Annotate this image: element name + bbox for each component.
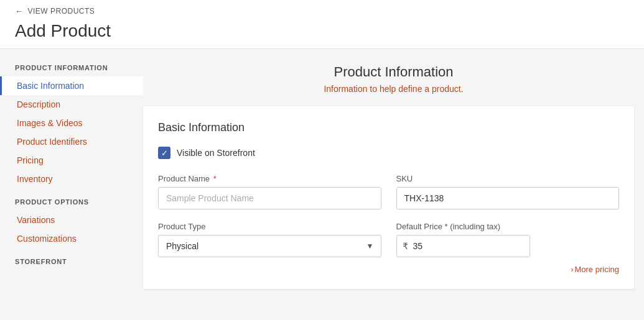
product-name-group: Product Name *	[158, 174, 381, 209]
back-arrow-icon: ←	[15, 6, 24, 16]
sidebar-section-product-options: PRODUCT OPTIONS	[0, 198, 143, 211]
more-pricing-label: More pricing	[574, 265, 619, 274]
back-link-label: VIEW PRODUCTS	[28, 7, 95, 16]
sidebar-section-storefront: STOREFRONT	[0, 258, 143, 270]
sidebar-item-pricing[interactable]: Pricing	[0, 151, 143, 170]
sidebar-item-variations[interactable]: Variations	[0, 211, 143, 229]
checkmark-icon: ✓	[161, 149, 168, 157]
sidebar-item-inventory[interactable]: Inventory	[0, 170, 143, 188]
sku-group: SKU	[396, 174, 620, 209]
sidebar-item-customizations[interactable]: Customizations	[0, 229, 143, 248]
required-star: *	[213, 174, 217, 183]
visible-on-storefront-label: Visible on Storefront	[177, 148, 255, 158]
product-type-select[interactable]: Physical Digital	[158, 235, 381, 257]
product-type-select-wrapper: Physical Digital ▼	[158, 235, 381, 257]
basic-information-card: Basic Information ✓ Visible on Storefron…	[143, 106, 634, 289]
back-link[interactable]: ← VIEW PRODUCTS	[15, 6, 629, 16]
content-header-subtitle: Information to help define a product.	[156, 84, 632, 94]
product-name-sku-row: Product Name * SKU	[158, 174, 619, 209]
price-input-wrapper: ₹	[396, 235, 620, 257]
sidebar-item-basic-information[interactable]: Basic Information	[0, 76, 143, 95]
sidebar-item-product-identifiers[interactable]: Product Identifiers	[0, 132, 143, 151]
default-price-group: Default Price * (including tax) ₹	[396, 222, 620, 257]
sku-input[interactable]	[396, 187, 620, 209]
content-area: Product Information Information to help …	[143, 49, 644, 313]
more-pricing-row[interactable]: › More pricing	[158, 265, 619, 274]
product-name-label: Product Name *	[158, 174, 381, 183]
page-title: Add Product	[15, 21, 629, 48]
more-pricing-chevron-icon: ›	[571, 265, 573, 274]
visible-on-storefront-checkbox[interactable]: ✓	[158, 147, 170, 159]
default-price-input[interactable]	[396, 235, 530, 257]
sidebar-item-description[interactable]: Description	[0, 95, 143, 114]
default-price-label: Default Price * (including tax)	[396, 222, 620, 231]
product-type-label: Product Type	[158, 222, 381, 231]
sidebar-section-product-info: PRODUCT INFORMATION	[0, 64, 143, 76]
content-header-title: Product Information	[156, 64, 632, 80]
visible-on-storefront-row: ✓ Visible on Storefront	[158, 147, 619, 159]
sidebar-item-images-videos[interactable]: Images & Videos	[0, 114, 143, 132]
price-prefix: ₹	[403, 241, 408, 251]
product-type-price-row: Product Type Physical Digital ▼ Default …	[158, 222, 619, 257]
product-name-input[interactable]	[158, 187, 381, 209]
product-info-header: Product Information Information to help …	[143, 49, 644, 106]
sidebar: PRODUCT INFORMATION Basic Information De…	[0, 49, 143, 313]
sku-label: SKU	[396, 174, 620, 183]
card-title: Basic Information	[158, 121, 619, 134]
product-type-group: Product Type Physical Digital ▼	[158, 222, 381, 257]
